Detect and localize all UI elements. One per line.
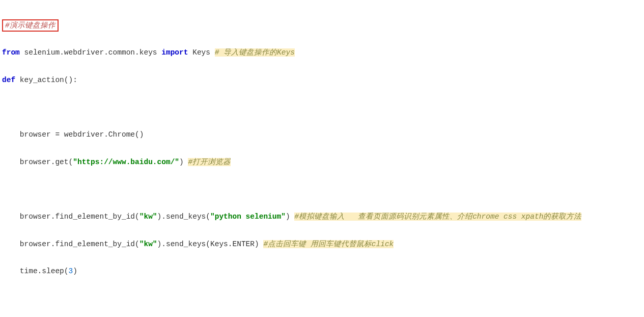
line-sleep1-num: 3 [69, 267, 73, 275]
line-send2-mid: ).send_keys(Keys.ENTER) [157, 240, 264, 248]
line-get-post: ) [179, 158, 188, 166]
import-comment: # 导入键盘操作的Keys [215, 48, 295, 57]
line-send2-kw: "kw" [139, 240, 157, 248]
comment-title: #演示键盘操作 [5, 21, 55, 30]
def-name: key_action(): [15, 76, 77, 84]
line-send1-mid: ).send_keys( [157, 213, 210, 221]
line-get-cmt: #打开浏览器 [188, 158, 231, 166]
line-get-url: "https://www.baidu.com/" [73, 158, 179, 166]
line-sleep1-pre: time.sleep( [2, 267, 69, 275]
line-send1-post: ) [286, 213, 294, 221]
line-sleep1-post: ) [73, 267, 77, 275]
line-send2-cmt: #点击回车键 用回车键代替鼠标click [263, 240, 394, 248]
line-send1-kw: "kw" [139, 213, 157, 221]
line-send1-pre: browser.find_element_by_id( [2, 213, 139, 221]
line-get-pre: browser.get( [2, 158, 73, 166]
line-send1-cmt: #模拟键盘输入 查看页面源码识别元素属性、介绍chrome css xpath的… [294, 213, 581, 221]
kw-from: from [2, 48, 20, 57]
import-module: selenium.webdriver.common.keys [20, 48, 161, 57]
line-send1-val: "python selenium" [210, 213, 286, 221]
kw-import: import [161, 48, 188, 57]
import-name: Keys [188, 48, 214, 57]
line-send2-pre: browser.find_element_by_id( [2, 240, 139, 248]
kw-def: def [2, 76, 15, 84]
line-browser-assign: browser = webdriver.Chrome() [2, 130, 144, 139]
code-block: #演示键盘操作 from selenium.webdriver.common.k… [0, 0, 644, 317]
